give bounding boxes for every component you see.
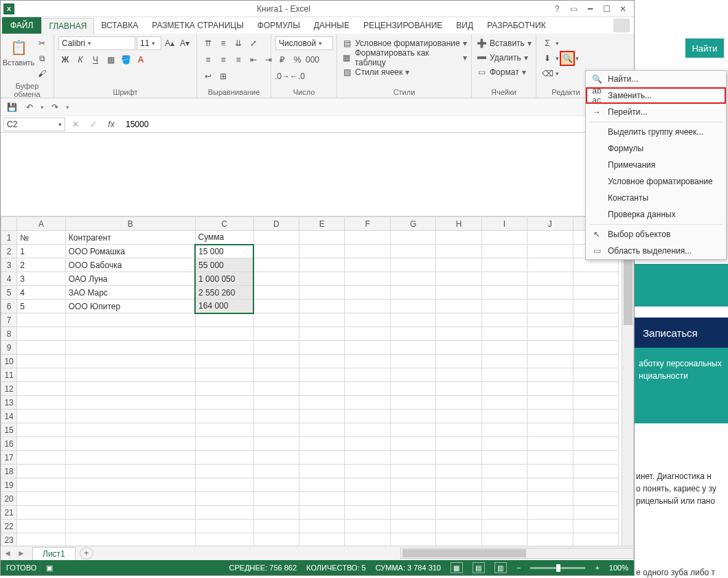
currency-icon[interactable]: ₽: [275, 53, 289, 67]
view-page-layout-icon[interactable]: ▤: [473, 562, 485, 573]
dropdown-selection-pane[interactable]: ▭ Область выделения...: [586, 243, 726, 259]
sheet-tab-1[interactable]: Лист1: [32, 547, 76, 560]
row-15[interactable]: 15: [1, 423, 619, 437]
select-all-corner[interactable]: [1, 217, 17, 231]
row-14[interactable]: 14: [1, 410, 619, 423]
row-4[interactable]: 4 3 ОАО Луна 1 000 050: [1, 272, 619, 286]
account-icon[interactable]: [613, 19, 630, 32]
italic-icon[interactable]: К: [73, 53, 87, 67]
row-18[interactable]: 18: [1, 465, 619, 478]
dropdown-constants[interactable]: Константы: [586, 190, 726, 206]
row-19[interactable]: 19: [1, 478, 619, 492]
col-header-B[interactable]: B: [65, 217, 195, 231]
fill-icon[interactable]: ⬇: [541, 52, 554, 65]
close-icon[interactable]: ✕: [615, 2, 631, 16]
spreadsheet-grid[interactable]: A B C D E F G H I J K 1 № Контрагент Сум…: [1, 216, 634, 546]
row-9[interactable]: 9: [1, 341, 619, 355]
cell-styles-button[interactable]: ▨ Стили ячеек▾: [341, 65, 409, 79]
dropdown-data-validation[interactable]: Проверка данных: [586, 206, 726, 223]
tab-developer[interactable]: РАЗРАБОТЧИК: [480, 18, 553, 33]
col-header-J[interactable]: J: [527, 217, 573, 231]
zoom-out-icon[interactable]: −: [516, 564, 521, 572]
percent-icon[interactable]: %: [291, 53, 304, 67]
row-16[interactable]: 16: [1, 437, 619, 451]
find-select-button[interactable]: 🔍: [560, 52, 574, 65]
underline-icon[interactable]: Ч: [89, 53, 102, 67]
minimize-icon[interactable]: ━: [582, 2, 598, 16]
name-box[interactable]: C2: [3, 118, 65, 131]
col-header-D[interactable]: D: [253, 217, 299, 231]
insert-function-icon[interactable]: fx: [104, 118, 119, 131]
sheet-nav-next-icon[interactable]: ►: [14, 548, 28, 558]
tab-insert[interactable]: ВСТАВКА: [94, 18, 145, 33]
help-icon[interactable]: ?: [549, 2, 565, 16]
paste-button[interactable]: 📋 Вставить: [5, 36, 32, 67]
row-5[interactable]: 5 4 ЗАО Марс 2 550 260: [1, 286, 619, 300]
row-21[interactable]: 21: [1, 506, 619, 520]
delete-cells-button[interactable]: ➖ Удалить▾: [476, 51, 528, 65]
tab-review[interactable]: РЕЦЕНЗИРОВАНИЕ: [356, 18, 449, 33]
tab-file[interactable]: ФАЙЛ: [2, 17, 41, 34]
borders-icon[interactable]: ▦: [104, 53, 117, 67]
wrap-text-icon[interactable]: ↩: [201, 69, 215, 83]
formula-input[interactable]: [122, 118, 631, 131]
comma-icon[interactable]: 000: [306, 53, 319, 67]
row-17[interactable]: 17: [1, 451, 619, 465]
maximize-icon[interactable]: ☐: [598, 2, 615, 16]
tab-formulas[interactable]: ФОРМУЛЫ: [251, 18, 307, 33]
dropdown-goto[interactable]: → Перейти...: [586, 104, 726, 120]
col-header-C[interactable]: C: [195, 217, 253, 231]
dropdown-comments[interactable]: Примечания: [586, 157, 726, 173]
cut-icon[interactable]: ✂: [35, 36, 49, 50]
autosum-icon[interactable]: Σ: [541, 36, 554, 50]
tab-home[interactable]: ГЛАВНАЯ: [41, 18, 94, 34]
undo-icon[interactable]: ↶: [23, 100, 36, 114]
ribbon-display-icon[interactable]: ▭: [565, 2, 582, 16]
enter-formula-icon[interactable]: ✓: [86, 118, 101, 131]
number-format-combo[interactable]: Числовой: [275, 36, 333, 50]
merge-icon[interactable]: ⊞: [216, 69, 230, 83]
font-size-combo[interactable]: 11: [137, 36, 161, 50]
col-header-A[interactable]: A: [17, 217, 66, 231]
decrease-decimal-icon[interactable]: ←.0: [291, 69, 304, 83]
align-center-icon[interactable]: ≡: [216, 53, 230, 67]
cancel-formula-icon[interactable]: ✕: [68, 118, 83, 131]
format-cells-button[interactable]: ▭ Формат▾: [476, 65, 526, 79]
row-22[interactable]: 22: [1, 520, 619, 533]
grow-font-icon[interactable]: A▴: [163, 36, 177, 50]
col-header-E[interactable]: E: [299, 217, 345, 231]
bg-signup-button[interactable]: Записаться: [635, 318, 728, 348]
dropdown-replace[interactable]: abac Заменить...: [586, 87, 726, 104]
format-painter-icon[interactable]: 🖌: [35, 67, 49, 80]
col-header-G[interactable]: G: [390, 217, 435, 231]
insert-cells-button[interactable]: ➕ Вставить▾: [476, 36, 532, 50]
zoom-level[interactable]: 100%: [609, 564, 628, 572]
tab-data[interactable]: ДАННЫЕ: [307, 18, 356, 33]
format-as-table-button[interactable]: ▦ Форматировать как таблицу▾: [341, 51, 467, 65]
sheet-nav-prev-icon[interactable]: ◄: [1, 548, 14, 558]
align-middle-icon[interactable]: ≡: [216, 36, 230, 50]
row-12[interactable]: 12: [1, 382, 619, 396]
row-23[interactable]: 23: [1, 533, 619, 546]
zoom-in-icon[interactable]: +: [595, 564, 599, 572]
font-color-icon[interactable]: A: [134, 53, 148, 67]
col-header-I[interactable]: I: [481, 217, 527, 231]
bg-search-button[interactable]: Найти: [685, 38, 724, 58]
dropdown-conditional-formatting[interactable]: Условное форматирование: [586, 173, 726, 190]
row-6[interactable]: 6 5 ООО Юпитер 164 000: [1, 300, 619, 313]
fill-color-icon[interactable]: 🪣: [119, 53, 133, 67]
zoom-slider[interactable]: [530, 567, 585, 569]
view-normal-icon[interactable]: ▦: [451, 562, 463, 573]
col-header-F[interactable]: F: [345, 217, 390, 231]
dropdown-find[interactable]: 🔍 Найти...: [586, 71, 726, 87]
font-name-combo[interactable]: Calibri: [58, 36, 135, 50]
row-11[interactable]: 11: [1, 368, 619, 382]
row-2[interactable]: 2 1 ООО Ромашка 15 000: [1, 245, 619, 258]
row-3[interactable]: 3 2 ООО Бабочка 55 000: [1, 258, 619, 272]
align-bottom-icon[interactable]: ⇊: [231, 36, 245, 50]
row-7[interactable]: 7: [1, 313, 619, 327]
copy-icon[interactable]: ⧉: [35, 52, 49, 65]
align-right-icon[interactable]: ≡: [231, 53, 245, 67]
view-page-break-icon[interactable]: ▥: [494, 562, 507, 573]
row-1[interactable]: 1 № Контрагент Сумма: [1, 231, 619, 245]
